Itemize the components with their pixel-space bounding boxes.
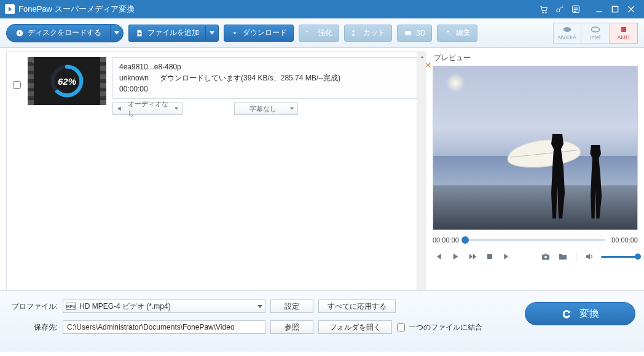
svg-point-7 xyxy=(352,34,355,36)
volume-icon[interactable] xyxy=(584,251,595,262)
subtitle-select[interactable]: 字幕なし xyxy=(234,103,298,115)
stop-button[interactable] xyxy=(484,251,495,262)
threeD-button[interactable]: 3D 3D xyxy=(397,25,432,42)
convert-button[interactable]: 変換 xyxy=(525,302,635,325)
prev-button[interactable] xyxy=(433,251,444,262)
text-icon xyxy=(238,105,246,112)
subtitle-select-label: 字幕なし xyxy=(249,104,286,114)
menu-icon[interactable] xyxy=(569,2,583,16)
add-file-icon xyxy=(135,29,144,37)
body: 62% 4ea9810...e8-480p unknown ダウンロードしていま… xyxy=(0,48,644,290)
apply-all-button[interactable]: すべてに応用する xyxy=(318,300,396,313)
footer-left: プロファイル: MP4 HD MPEG-4 ビデオ (*.mp4) 設定 すべて… xyxy=(9,300,482,343)
cut-button[interactable]: カット xyxy=(344,25,392,42)
gpu-nvidia-label: NVIDIA xyxy=(558,34,576,41)
load-disc-label: ディスクをロードする xyxy=(28,28,101,38)
nvidia-icon xyxy=(562,26,572,33)
load-disc-dropdown[interactable] xyxy=(110,24,124,42)
gpu-amd[interactable]: AMD xyxy=(610,23,638,44)
open-folder-button[interactable] xyxy=(557,251,568,262)
merge-label: 一つのファイルに結合 xyxy=(409,322,482,333)
cut-label: カット xyxy=(363,28,385,38)
item-duration: 00:00:00 xyxy=(119,83,414,95)
chevron-down-icon xyxy=(290,107,294,110)
preview-label: プレビュー xyxy=(433,52,638,66)
save-path-field[interactable]: C:\Users\Administrator\Documents\FonePaw… xyxy=(63,320,265,334)
footer: プロファイル: MP4 HD MPEG-4 ビデオ (*.mp4) 設定 すべて… xyxy=(0,290,644,352)
gpu-group: NVIDIA Intel AMD xyxy=(553,23,638,44)
disc-icon xyxy=(15,29,24,37)
download-button[interactable]: ダウンロード xyxy=(224,25,294,42)
add-file-dropdown[interactable] xyxy=(205,25,219,42)
titlebar: FonePaw スーパーメディア変換 xyxy=(0,0,644,18)
add-file-button[interactable]: ファイルを追加 xyxy=(128,25,205,42)
item-checkbox-wrap xyxy=(13,81,22,91)
chevron-down-icon xyxy=(175,107,178,110)
edit-button[interactable]: 編集 xyxy=(437,25,477,42)
fastforward-button[interactable] xyxy=(467,251,478,262)
preview-video[interactable] xyxy=(433,66,638,230)
open-folder-button-2[interactable]: フォルダを開く xyxy=(318,320,392,334)
svg-rect-4 xyxy=(612,6,618,12)
list-item: 62% 4ea9810...e8-480p unknown ダウンロードしていま… xyxy=(7,52,426,120)
save-label: 保存先: xyxy=(9,322,58,333)
profile-label: プロファイル: xyxy=(9,301,58,312)
gpu-nvidia[interactable]: NVIDIA xyxy=(553,23,581,44)
preview-timeline: 00:00:00 00:00:00 xyxy=(433,236,638,244)
svg-point-11 xyxy=(591,27,599,32)
svg-point-0 xyxy=(543,12,544,13)
divider xyxy=(576,251,576,262)
gpu-amd-label: AMD xyxy=(618,34,630,41)
preview-panel: プレビュー 00:00:00 00:00:00 xyxy=(426,48,644,290)
preview-scene xyxy=(433,66,637,230)
toolbar: ディスクをロードする ファイルを追加 ダウンロード 強化 カット 3D 3D 編… xyxy=(0,18,644,48)
progress-text: 62% xyxy=(58,76,76,87)
enhance-button[interactable]: 強化 xyxy=(299,25,339,42)
svg-point-8 xyxy=(352,30,355,33)
mp4-icon: MP4 xyxy=(66,303,76,310)
enhance-label: 強化 xyxy=(318,28,332,38)
item-checkbox[interactable] xyxy=(13,81,21,89)
profile-dropdown[interactable]: MP4 HD MPEG-4 ビデオ (*.mp4) xyxy=(63,300,265,313)
volume-slider[interactable] xyxy=(601,256,638,258)
chevron-down-icon xyxy=(210,31,214,34)
close-button[interactable] xyxy=(624,2,638,16)
chevron-down-icon xyxy=(114,31,119,34)
svg-point-1 xyxy=(545,12,546,13)
svg-rect-12 xyxy=(621,27,626,32)
settings-button[interactable]: 設定 xyxy=(270,300,313,313)
audio-select[interactable]: オーディオなし xyxy=(112,103,183,115)
seek-slider[interactable] xyxy=(465,239,605,241)
load-disc-button[interactable]: ディスクをロードする xyxy=(6,24,110,42)
threeD-icon: 3D xyxy=(404,29,412,37)
key-icon[interactable] xyxy=(553,2,567,16)
speaker-icon xyxy=(117,105,124,112)
list-scrollbar[interactable] xyxy=(417,52,426,290)
browse-button[interactable]: 参照 xyxy=(270,320,313,334)
app-title: FonePaw スーパーメディア変換 xyxy=(18,4,536,15)
cart-icon[interactable] xyxy=(537,2,551,16)
snapshot-button[interactable] xyxy=(540,251,551,262)
app-logo-icon xyxy=(5,4,15,14)
time-total: 00:00:00 xyxy=(611,236,638,244)
minimize-button[interactable] xyxy=(592,2,606,16)
chevron-down-icon xyxy=(257,305,262,308)
seek-knob[interactable] xyxy=(461,236,469,244)
play-button[interactable] xyxy=(450,251,461,262)
item-info-box: 4ea9810...e8-480p unknown ダウンロードしています(39… xyxy=(112,57,420,99)
edit-label: 編集 xyxy=(456,28,471,38)
merge-checkbox-label[interactable]: 一つのファイルに結合 xyxy=(397,322,482,333)
scroll-up-icon[interactable] xyxy=(417,52,426,62)
item-thumbnail[interactable]: 62% xyxy=(28,57,106,105)
profile-value: HD MPEG-4 ビデオ (*.mp4) xyxy=(79,301,254,312)
merge-checkbox[interactable] xyxy=(397,323,405,331)
volume-knob[interactable] xyxy=(635,253,641,260)
save-row: 保存先: C:\Users\Administrator\Documents\Fo… xyxy=(9,320,482,334)
gpu-intel[interactable]: Intel xyxy=(581,23,610,44)
preview-controls xyxy=(433,251,638,262)
threeD-label: 3D xyxy=(416,29,425,37)
next-button[interactable] xyxy=(501,251,512,262)
maximize-button[interactable] xyxy=(608,2,622,16)
svg-point-2 xyxy=(557,9,560,12)
intel-icon xyxy=(591,26,600,33)
